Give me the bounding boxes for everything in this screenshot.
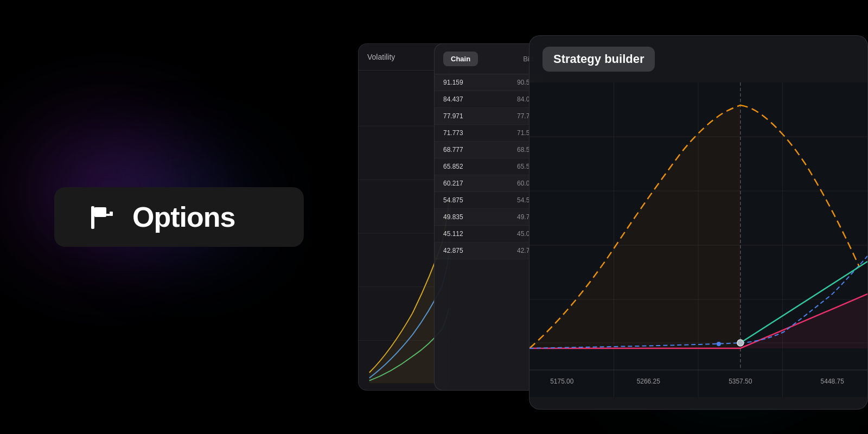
chain-rows: 91.159 90.50 84.437 84.00 77.971 77.75 7… <box>435 74 542 259</box>
chain-panel: Chain Bid 91.159 90.50 84.437 84.00 77.9… <box>434 43 542 391</box>
chain-panel-header: Chain Bid <box>435 44 542 74</box>
chain-left-value: 49.835 <box>443 213 463 221</box>
svg-text:5357.50: 5357.50 <box>729 378 752 385</box>
list-item: 68.777 68.50 <box>435 142 542 158</box>
strategy-panel: Strategy builder <box>529 35 868 410</box>
strategy-title: Strategy builder <box>542 47 655 72</box>
chain-left-value: 45.112 <box>443 230 463 238</box>
list-item: 42.875 42.75 <box>435 242 542 259</box>
chain-left-value: 84.437 <box>443 95 463 103</box>
svg-rect-2 <box>106 214 110 216</box>
chain-left-value: 54.875 <box>443 196 463 204</box>
strategy-chart-area: 5175.00 5266.25 5357.50 5448.75 <box>529 82 867 397</box>
svg-point-19 <box>737 340 744 346</box>
svg-text:5266.25: 5266.25 <box>637 378 661 385</box>
chain-left-value: 60.217 <box>443 180 463 187</box>
list-item: 60.217 60.00 <box>435 175 542 192</box>
options-card: Options <box>54 187 304 247</box>
list-item: 91.159 90.50 <box>435 74 542 91</box>
list-item: 65.852 65.50 <box>435 158 542 175</box>
list-item: 84.437 84.00 <box>435 91 542 108</box>
options-label: Options <box>132 201 235 233</box>
svg-point-20 <box>717 342 721 346</box>
chain-left-value: 71.773 <box>443 129 463 137</box>
list-item: 45.112 45.00 <box>435 226 542 242</box>
list-item: 49.835 49.75 <box>435 209 542 226</box>
chain-left-value: 91.159 <box>443 79 463 86</box>
list-item: 54.875 54.50 <box>435 192 542 209</box>
svg-rect-0 <box>91 206 94 229</box>
svg-text:5448.75: 5448.75 <box>821 378 845 385</box>
list-item: 77.971 77.75 <box>435 108 542 125</box>
svg-rect-1 <box>94 207 106 217</box>
chain-tab[interactable]: Chain <box>443 52 478 66</box>
chain-left-value: 42.875 <box>443 247 463 254</box>
chain-left-value: 68.777 <box>443 146 463 154</box>
options-icon <box>87 201 119 233</box>
strategy-header: Strategy builder <box>529 36 867 82</box>
list-item: 71.773 71.50 <box>435 125 542 142</box>
chain-left-value: 65.852 <box>443 163 463 170</box>
svg-rect-3 <box>110 212 113 216</box>
strategy-chart-svg: 5175.00 5266.25 5357.50 5448.75 <box>529 82 867 397</box>
svg-text:5175.00: 5175.00 <box>550 378 574 385</box>
chain-left-value: 77.971 <box>443 112 463 120</box>
